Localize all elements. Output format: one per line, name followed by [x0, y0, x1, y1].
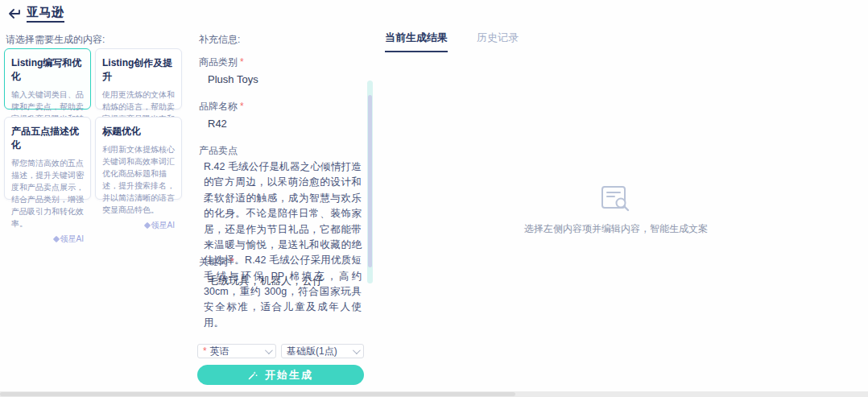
brand-input[interactable]: R42	[208, 118, 227, 130]
back-to-home[interactable]: 亚马逊	[8, 5, 64, 23]
tab-history[interactable]: 历史记录	[477, 31, 519, 52]
version-select-value: 基础版(1点)	[287, 345, 337, 358]
card-listing-create-improve[interactable]: Listing创作及提升 使用更洗炼的文体和精炼的语言，帮助卖家提高商品曝光率和…	[95, 48, 182, 110]
keywords-input[interactable]: 毛绒玩具，机器人，公仔	[208, 274, 323, 288]
magic-wand-icon	[248, 370, 258, 380]
ai-badge: 领星AI	[102, 220, 175, 231]
back-arrow-icon	[8, 9, 21, 19]
results-tabs: 当前生成结果 历史记录	[385, 31, 519, 52]
chevron-down-icon	[265, 346, 273, 354]
card-title: Listing创作及提升	[102, 56, 175, 84]
tab-current-results[interactable]: 当前生成结果	[385, 31, 448, 52]
page-hscrollbar-thumb[interactable]	[0, 392, 515, 396]
card-title-optimize[interactable]: 标题优化 利用新文体提炼核心关键词和高效率词汇优化商品标题和描述，提升搜索排名，…	[95, 117, 182, 200]
ai-badge: 领星AI	[11, 234, 84, 245]
field-label-selling-points: 产品卖点	[199, 144, 238, 158]
form-scrollbar-track	[367, 81, 373, 283]
field-label-category: 商品类别*	[199, 56, 244, 69]
content-select-label: 请选择需要生成的内容:	[6, 33, 105, 47]
required-asterisk: *	[230, 256, 234, 267]
chevron-down-icon	[353, 346, 361, 354]
document-search-icon	[601, 185, 631, 213]
card-title: 标题优化	[102, 125, 175, 139]
selling-points-textarea[interactable]: R.42 毛绒公仔是机器之心倾情打造的官方周边，以呆萌治愈的设计和柔软舒适的触感…	[204, 159, 362, 331]
diamond-icon	[52, 236, 59, 242]
page-hscrollbar-track	[0, 391, 868, 397]
generate-button[interactable]: 开始生成	[197, 365, 364, 385]
form-title: 补充信息:	[199, 33, 240, 47]
card-desc: 利用新文体提炼核心关键词和高效率词汇优化商品标题和描述，提升搜索排名，并以简洁清…	[102, 143, 175, 216]
field-label-keywords: 关键词*	[199, 255, 234, 269]
required-asterisk: *	[240, 56, 244, 68]
page-title: 亚马逊	[27, 5, 64, 23]
empty-state: 选择左侧内容项并编辑内容，智能生成文案	[378, 185, 854, 236]
required-asterisk: *	[240, 101, 244, 112]
card-five-point-desc-optimize[interactable]: 产品五点描述优化 帮您简洁高效的五点描述，提升关键词密度和产品卖点展示，结合产品…	[4, 117, 91, 200]
required-asterisk: *	[203, 345, 207, 357]
field-label-brand: 品牌名称*	[199, 100, 244, 114]
diamond-icon	[143, 222, 150, 229]
language-select-value: 英语	[210, 345, 229, 358]
ai-badge-label: 领星AI	[60, 234, 84, 245]
card-title: Listing编写和优化	[11, 56, 84, 84]
version-select[interactable]: 基础版(1点)	[281, 344, 364, 358]
form-scrollbar-thumb[interactable]	[368, 95, 372, 267]
ai-badge-label: 领星AI	[151, 220, 175, 231]
generate-button-label: 开始生成	[265, 368, 313, 383]
card-title: 产品五点描述优化	[11, 125, 84, 152]
category-input[interactable]: Plush Toys	[208, 73, 258, 85]
card-desc: 帮您简洁高效的五点描述，提升关键词密度和产品卖点展示，结合产品类别，增强产品吸引…	[11, 157, 84, 230]
empty-state-text: 选择左侧内容项并编辑内容，智能生成文案	[378, 222, 854, 236]
card-listing-write-optimize[interactable]: Listing编写和优化 输入关键词类目、品牌和产卖点，帮助卖家提升商品曝光和转…	[4, 48, 91, 110]
app-root: 亚马逊 请选择需要生成的内容: Listing编写和优化 输入关键词类目、品牌和…	[0, 0, 868, 397]
language-select[interactable]: * 英语	[197, 344, 276, 358]
